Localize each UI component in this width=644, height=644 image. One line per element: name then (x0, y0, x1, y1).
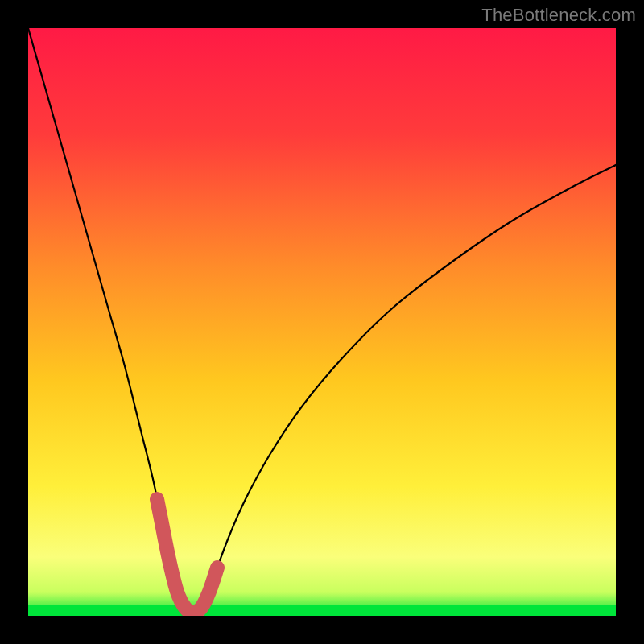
outer-frame: TheBottleneck.com (0, 0, 644, 644)
bottleneck-curve-thin (28, 28, 616, 613)
watermark-text: TheBottleneck.com (481, 5, 636, 26)
bottleneck-curve-thick (157, 499, 217, 613)
curve-layer (28, 28, 616, 616)
plot-area (28, 28, 616, 616)
